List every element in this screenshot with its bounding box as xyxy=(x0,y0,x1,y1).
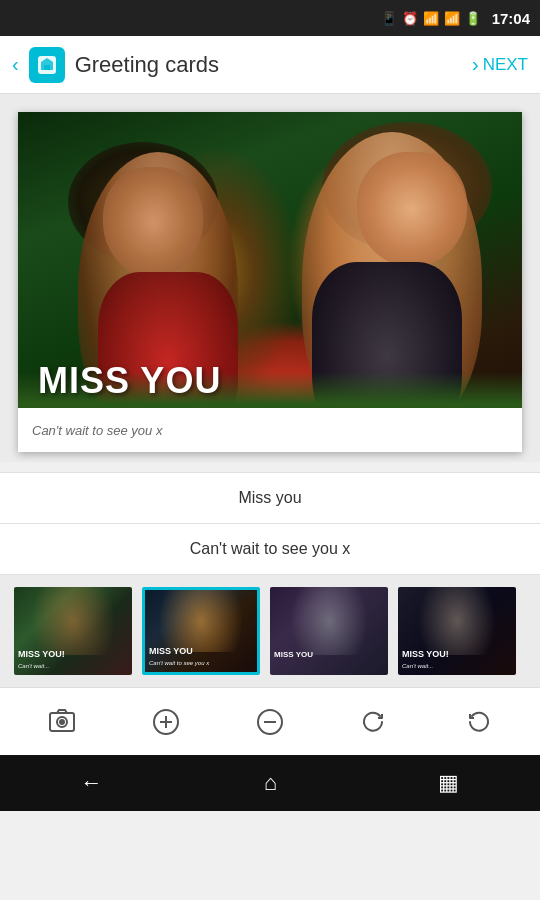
undo-button[interactable] xyxy=(453,697,503,747)
rotate-icon xyxy=(360,708,388,736)
thumb-figure-3 xyxy=(270,587,388,655)
remove-button[interactable] xyxy=(245,697,295,747)
system-nav-bar: ← ⌂ ▦ xyxy=(0,755,540,811)
rotate-button[interactable] xyxy=(349,697,399,747)
signal-icon: 📶 xyxy=(444,11,460,26)
wifi-icon: 📶 xyxy=(423,11,439,26)
thumb-text-1: Miss you! xyxy=(18,649,65,659)
status-icons: 📱 ⏰ 📶 📶 🔋 17:04 xyxy=(381,10,530,27)
thumb-figure-4 xyxy=(398,587,516,655)
nav-menu-icon[interactable]: ▦ xyxy=(438,770,459,796)
card-photo: MISS YOU xyxy=(18,112,522,452)
thumbnail-strip: Miss you! Can't wait... MISS YOU Can't w… xyxy=(0,575,540,687)
thumb-figure-2 xyxy=(145,590,257,652)
next-chevron-icon: › xyxy=(472,53,479,76)
face-right xyxy=(357,152,467,267)
thumbnail-4[interactable]: Miss you! Can't wait... xyxy=(398,587,516,675)
text-field-2[interactable]: Can't wait to see you x xyxy=(0,524,540,575)
photo-button[interactable] xyxy=(37,697,87,747)
status-time: 17:04 xyxy=(492,10,530,27)
bottom-toolbar xyxy=(0,687,540,755)
photo-icon xyxy=(48,708,76,736)
app-icon xyxy=(29,47,65,83)
thumb-figure-1 xyxy=(14,587,132,655)
alarm-icon: ⏰ xyxy=(402,11,418,26)
add-icon xyxy=(152,708,180,736)
text-fields-section: Miss you Can't wait to see you x xyxy=(0,472,540,575)
thumb-bg-1: Miss you! Can't wait... xyxy=(14,587,132,675)
svg-rect-1 xyxy=(44,65,50,70)
thumbnail-1[interactable]: Miss you! Can't wait... xyxy=(14,587,132,675)
card-main-text: MISS YOU xyxy=(38,360,221,402)
undo-icon xyxy=(464,708,492,736)
top-bar: ‹ Greeting cards › NEXT xyxy=(0,36,540,94)
sim-icon: 📱 xyxy=(381,11,397,26)
thumb-text-4: Miss you! xyxy=(402,649,449,659)
thumb-text-3: MISS YOU xyxy=(274,650,313,659)
card-preview[interactable]: MISS YOU Can't wait to see you x xyxy=(18,112,522,452)
thumb-subtext-4: Can't wait... xyxy=(402,663,433,669)
card-white-bottom: Can't wait to see you x xyxy=(18,408,522,452)
face-left xyxy=(103,167,203,277)
thumb-subtext-2: Can't wait to see you x xyxy=(149,660,209,666)
top-bar-left: ‹ Greeting cards xyxy=(12,47,219,83)
thumb-bg-2: MISS YOU Can't wait to see you x xyxy=(145,590,257,672)
next-label: NEXT xyxy=(483,55,528,75)
next-button[interactable]: › NEXT xyxy=(472,53,528,76)
card-sub-bottom: Can't wait to see you x xyxy=(32,423,162,438)
nav-back-icon[interactable]: ← xyxy=(81,770,103,796)
card-text-overlay: MISS YOU xyxy=(38,360,221,402)
thumb-bg-4: Miss you! Can't wait... xyxy=(398,587,516,675)
main-content: MISS YOU Can't wait to see you x xyxy=(0,94,540,462)
status-bar: 📱 ⏰ 📶 📶 🔋 17:04 xyxy=(0,0,540,36)
remove-icon xyxy=(256,708,284,736)
thumb-bg-3: MISS YOU xyxy=(270,587,388,675)
svg-point-4 xyxy=(60,720,64,724)
add-button[interactable] xyxy=(141,697,191,747)
text-field-1[interactable]: Miss you xyxy=(0,472,540,524)
thumb-text-2: MISS YOU xyxy=(149,646,193,656)
back-icon[interactable]: ‹ xyxy=(12,53,19,76)
page-title: Greeting cards xyxy=(75,52,219,78)
app-logo-icon xyxy=(36,54,58,76)
nav-home-icon[interactable]: ⌂ xyxy=(264,770,277,796)
battery-icon: 🔋 xyxy=(465,11,481,26)
thumbnail-3[interactable]: MISS YOU xyxy=(270,587,388,675)
thumbnail-2[interactable]: MISS YOU Can't wait to see you x xyxy=(142,587,260,675)
thumb-subtext-1: Can't wait... xyxy=(18,663,49,669)
